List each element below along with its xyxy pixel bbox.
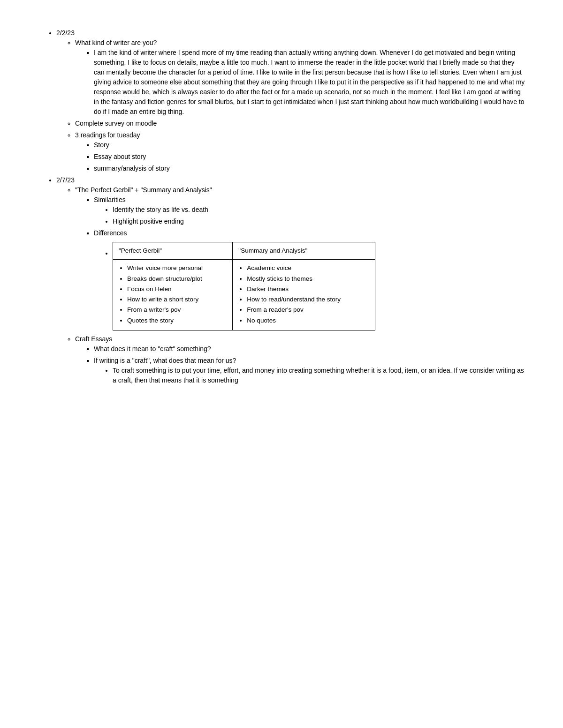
list-item: Academic voice xyxy=(247,263,369,273)
list-item: From a reader's pov xyxy=(247,305,369,315)
item-text: Craft Essays xyxy=(75,335,112,343)
item-text: What does it mean to "craft" something? xyxy=(94,345,211,353)
item-text: Story xyxy=(94,141,109,149)
item-text: Breaks down structure/plot xyxy=(127,275,202,282)
sub-list: What kind of writer are you? I am the ki… xyxy=(56,38,525,173)
item-text: 3 readings for tuesday xyxy=(75,131,140,139)
list-item: How to write a short story xyxy=(127,295,227,304)
list-item: 2/2/23 What kind of writer are you? I am… xyxy=(56,28,525,173)
sub-list: To craft something is to put your time, … xyxy=(94,366,525,385)
table-col2-header: "Summary and Analysis" xyxy=(233,242,375,260)
table-col1-header: "Perfect Gerbil" xyxy=(113,242,233,260)
list-item: Focus on Helen xyxy=(127,285,227,294)
list-item: Mostly sticks to themes xyxy=(247,274,369,284)
item-text: How to write a short story xyxy=(127,296,198,303)
list-item: Essay about story xyxy=(94,152,525,162)
list-item: summary/analysis of story xyxy=(94,164,525,173)
item-text: No quotes xyxy=(247,317,276,324)
list-item: 3 readings for tuesday Story Essay about… xyxy=(75,130,525,173)
item-text: If writing is a "craft", what does that … xyxy=(94,357,236,364)
item-text: Identify the story as life vs. death xyxy=(113,206,208,213)
list-item: Craft Essays What does it mean to "craft… xyxy=(75,334,525,385)
item-text: From a reader's pov xyxy=(247,306,303,313)
item-text: summary/analysis of story xyxy=(94,165,170,172)
list-item: From a writer's pov xyxy=(127,305,227,315)
sub-list: Similarities Identify the story as life … xyxy=(75,195,525,330)
list-item: Highlight positive ending xyxy=(113,217,525,226)
sub-list: What does it mean to "craft" something? … xyxy=(75,344,525,385)
list-item: Similarities Identify the story as life … xyxy=(94,195,525,226)
list-item: 2/7/23 "The Perfect Gerbil" + "Summary a… xyxy=(56,175,525,385)
item-text: Mostly sticks to themes xyxy=(247,275,312,282)
sub-list: "The Perfect Gerbil" + "Summary and Anal… xyxy=(56,185,525,385)
date-label: 2/7/23 xyxy=(56,176,75,184)
sub-list: Identify the story as life vs. death Hig… xyxy=(94,205,525,226)
sub-list: I am the kind of writer where I spend mo… xyxy=(75,48,525,117)
list-item: "Perfect Gerbil" "Summary and Analysis" xyxy=(113,242,525,330)
list-item: If writing is a "craft", what does that … xyxy=(94,356,525,385)
item-text: Darker themes xyxy=(247,285,289,293)
list-item: Story xyxy=(94,140,525,150)
list-item: Darker themes xyxy=(247,285,369,294)
item-text: What kind of writer are you? xyxy=(75,39,157,46)
list-item: Identify the story as life vs. death xyxy=(113,205,525,215)
item-text: Essay about story xyxy=(94,153,146,160)
list-item: I am the kind of writer where I spend mo… xyxy=(94,48,525,117)
item-text: I am the kind of writer where I spend mo… xyxy=(94,49,525,115)
list-item: How to read/understand the story xyxy=(247,295,369,304)
list-item: Writer voice more personal xyxy=(127,263,227,273)
list-item: To craft something is to put your time, … xyxy=(113,366,525,385)
item-text: Focus on Helen xyxy=(127,285,172,293)
list-item: What does it mean to "craft" something? xyxy=(94,344,525,354)
item-text: Academic voice xyxy=(247,264,291,271)
item-text: Highlight positive ending xyxy=(113,218,184,225)
comparison-table: "Perfect Gerbil" "Summary and Analysis" xyxy=(113,242,375,330)
sub-list: Story Essay about story summary/analysis… xyxy=(75,140,525,173)
list-item: "The Perfect Gerbil" + "Summary and Anal… xyxy=(75,185,525,330)
table-col1-cell: Writer voice more personal Breaks down s… xyxy=(113,260,233,330)
item-text: "The Perfect Gerbil" + "Summary and Anal… xyxy=(75,186,212,194)
item-text: From a writer's pov xyxy=(127,306,181,313)
item-text: To craft something is to put your time, … xyxy=(113,367,524,384)
differences-label: Differences xyxy=(94,229,127,237)
item-text: Quotes the story xyxy=(127,317,174,324)
item-text: How to read/understand the story xyxy=(247,296,341,303)
list-item: Complete survey on moodle xyxy=(75,119,525,128)
sub-list: "Perfect Gerbil" "Summary and Analysis" xyxy=(94,242,525,330)
list-item: No quotes xyxy=(247,316,369,325)
item-text: Similarities xyxy=(94,196,126,203)
col2-list: Academic voice Mostly sticks to themes D… xyxy=(238,263,369,325)
item-text: Complete survey on moodle xyxy=(75,120,157,127)
differences-item: Differences "Perfect Gerbil" "Summary xyxy=(94,228,525,330)
date-label: 2/2/23 xyxy=(56,29,75,37)
main-list: 2/2/23 What kind of writer are you? I am… xyxy=(38,28,525,385)
col1-list: Writer voice more personal Breaks down s… xyxy=(119,263,227,325)
document-content: 2/2/23 What kind of writer are you? I am… xyxy=(38,28,525,385)
list-item: Breaks down structure/plot xyxy=(127,274,227,284)
list-item: Quotes the story xyxy=(127,316,227,325)
item-text: Writer voice more personal xyxy=(127,264,203,271)
list-item: What kind of writer are you? I am the ki… xyxy=(75,38,525,117)
table-col2-cell: Academic voice Mostly sticks to themes D… xyxy=(233,260,375,330)
